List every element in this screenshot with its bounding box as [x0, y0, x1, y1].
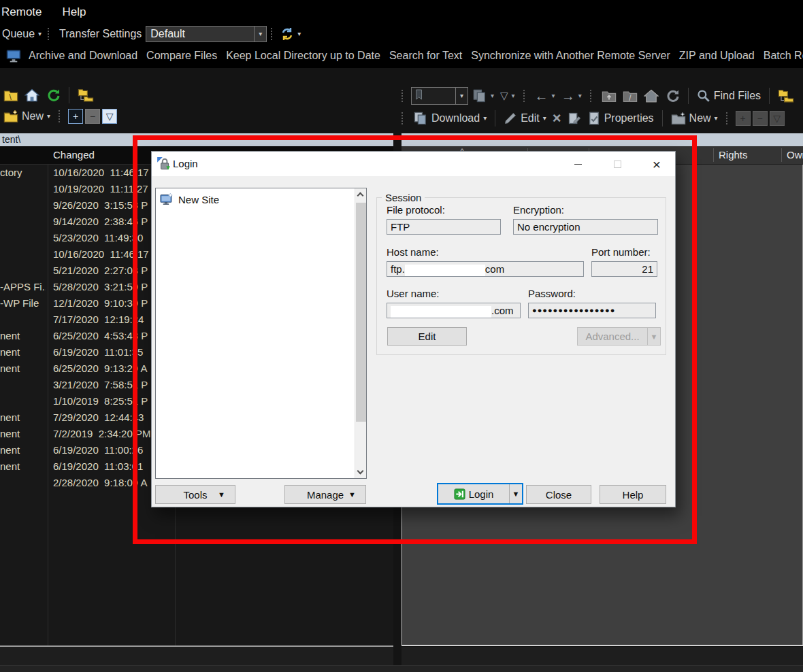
refresh-button[interactable]	[44, 88, 63, 103]
user-name-field[interactable]: .com	[387, 303, 521, 318]
transfer-settings-label: Transfer Settings	[59, 28, 142, 40]
command-item[interactable]: ZIP and Upload	[679, 50, 755, 62]
advanced-button: Advanced... ▼	[577, 327, 661, 346]
password-field[interactable]: ●●●●●●●●●●●●●●●●	[528, 303, 656, 318]
site-list[interactable]: New Site	[155, 188, 367, 479]
toolbar-separator	[769, 88, 770, 104]
toolbar-grip[interactable]	[726, 112, 730, 124]
sync-icon	[280, 27, 294, 41]
toolbar-grip[interactable]	[48, 28, 51, 40]
remote-home-button[interactable]	[642, 88, 661, 103]
tools-button[interactable]: Tools ▼	[155, 485, 235, 504]
file-changed-value: 10/16/2020 11:46:17	[53, 246, 149, 263]
maximize-button[interactable]	[603, 154, 632, 174]
delete-button[interactable]: ×	[551, 109, 563, 128]
transfer-settings-combo[interactable]: Default ▾	[146, 26, 267, 42]
toolbar-grip[interactable]	[271, 28, 274, 40]
site-list-item-new-site[interactable]: New Site	[159, 193, 219, 205]
properties-button[interactable]: Properties	[585, 111, 656, 126]
close-icon: ×	[653, 157, 661, 171]
command-item[interactable]: Synchronize with Another Remote Server	[471, 50, 670, 62]
bookmark-icon	[414, 89, 423, 100]
refresh-icon	[665, 89, 680, 103]
queue-button[interactable]: Queue ▾	[0, 27, 44, 41]
chevron-down-icon: ▾	[512, 93, 515, 99]
manage-button[interactable]: Manage ▼	[284, 485, 366, 504]
select-files-button-remote[interactable]: +	[736, 111, 751, 126]
command-item[interactable]: Search for Text	[389, 50, 462, 62]
remote-path-bar[interactable]	[402, 133, 803, 146]
monitor-icon	[5, 49, 22, 63]
file-changed-value: 9/14/2020 2:38:46 P	[53, 214, 148, 230]
command-item[interactable]: Compare Files	[146, 50, 217, 62]
column-header-owner[interactable]: Own	[787, 149, 803, 161]
remote-tree-view-button[interactable]	[776, 88, 796, 103]
site-list-scrollbar[interactable]	[355, 188, 366, 478]
close-button[interactable]: Close	[526, 485, 591, 504]
remote-refresh-button[interactable]	[663, 88, 682, 103]
scroll-up-icon[interactable]	[357, 192, 364, 199]
scrollbar-thumb[interactable]	[356, 203, 366, 422]
scroll-down-icon[interactable]	[357, 468, 364, 475]
home-directory-button[interactable]	[22, 88, 42, 103]
menu-item-remote[interactable]: Remote	[0, 5, 44, 19]
local-path-bar[interactable]: tent\	[0, 133, 393, 146]
encryption-field[interactable]: No encryption	[513, 219, 658, 235]
dialog-title-bar[interactable]: Login ×	[152, 152, 675, 176]
remote-filter-button[interactable]: ▽ ▾	[498, 89, 517, 103]
open-directory-button[interactable]: \	[1, 88, 20, 102]
help-button[interactable]: Help	[600, 485, 666, 504]
command-item[interactable]: Archive and Download	[29, 50, 137, 62]
minimize-button[interactable]	[563, 154, 592, 174]
command-items: Archive and DownloadCompare FilesKeep Lo…	[29, 50, 803, 62]
synchronize-button[interactable]: ▾	[278, 27, 303, 41]
login-button[interactable]: Login ▼	[437, 483, 523, 505]
menu-item-help[interactable]: Help	[61, 5, 88, 19]
download-button[interactable]: Download ▾	[411, 111, 489, 126]
local-status-bar	[0, 647, 393, 665]
parent-directory-button[interactable]	[600, 89, 619, 103]
unselect-files-button[interactable]: −	[85, 109, 100, 124]
select-files-button[interactable]: +	[68, 109, 83, 124]
port-number-field[interactable]: 21	[591, 261, 657, 277]
forward-button[interactable]: → ▾	[559, 88, 584, 105]
new-button-remote[interactable]: New ▾	[669, 112, 720, 125]
commands-button[interactable]	[5, 49, 22, 63]
root-directory-button[interactable]: /	[621, 89, 640, 103]
column-header-changed[interactable]: Changed	[53, 149, 95, 161]
file-name-fragment: -WP File	[0, 295, 46, 312]
chevron-down-icon: ▾	[552, 93, 555, 99]
file-name-fragment: nent	[0, 344, 46, 360]
toolbar-grip[interactable]	[590, 90, 593, 102]
login-dropdown[interactable]: ▼	[509, 484, 522, 503]
user-suffix: .com	[491, 305, 514, 316]
filter-button[interactable]: ▽	[102, 109, 117, 124]
unselect-files-button-remote[interactable]: −	[753, 111, 768, 126]
open-session-button[interactable]: ▾	[470, 88, 496, 103]
column-header-rights[interactable]: Rights	[719, 149, 748, 161]
back-button[interactable]: ← ▾	[533, 88, 557, 105]
maximize-icon	[614, 161, 621, 168]
command-item[interactable]: Batch Rename	[764, 50, 803, 62]
rename-button[interactable]	[566, 111, 583, 126]
find-files-button[interactable]: Find Files	[695, 88, 763, 103]
edit-button-toolbar[interactable]: Edit ▾	[502, 111, 548, 126]
tree-view-button[interactable]	[76, 88, 96, 103]
toolbar-grip[interactable]	[402, 112, 405, 124]
toolbar-grip[interactable]	[523, 90, 527, 102]
command-bar: Archive and DownloadCompare FilesKeep Lo…	[0, 44, 803, 68]
command-item[interactable]: Keep Local Directory up to Date	[226, 50, 380, 62]
filter-button-remote[interactable]: ▽	[770, 111, 785, 126]
edit-button[interactable]: Edit	[387, 327, 467, 346]
toolbar-grip[interactable]	[59, 110, 62, 122]
toolbar-grip[interactable]	[402, 90, 405, 102]
encryption-label: Encryption:	[513, 204, 564, 216]
file-protocol-field[interactable]: FTP	[387, 219, 501, 235]
host-name-field[interactable]: ftp.com	[387, 261, 584, 277]
port-number-label: Port number:	[591, 246, 651, 258]
session-bookmark-combo[interactable]: ▾	[411, 87, 468, 105]
menu-bar: RemoteHelp	[0, 0, 803, 24]
close-window-button[interactable]: ×	[642, 154, 671, 174]
new-button-local[interactable]: New ▾	[1, 110, 52, 123]
properties-icon	[587, 112, 601, 125]
